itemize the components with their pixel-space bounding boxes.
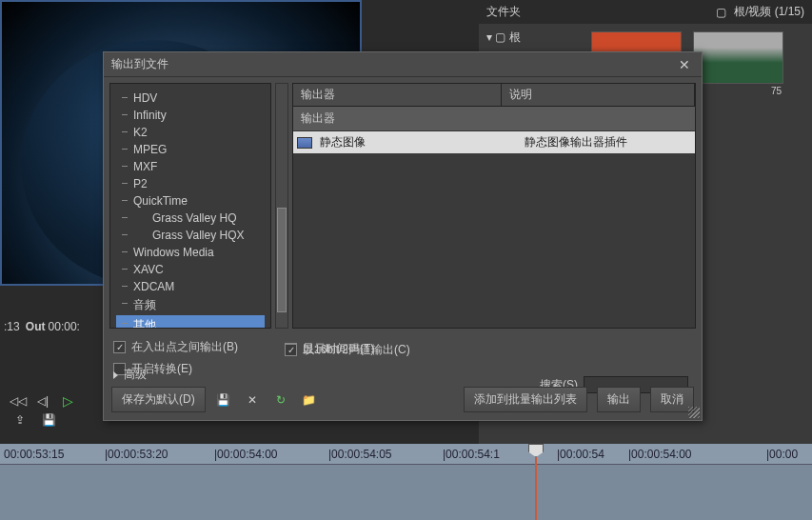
export-options: ✓ 在入出点之间输出(B) 开启转换(E) 显示时间码(T) ✓ 以16bit/… — [104, 334, 702, 363]
column-exporter[interactable]: 输出器 — [293, 84, 502, 106]
add-batch-button[interactable]: 添加到批量输出列表 — [464, 387, 587, 412]
playhead[interactable] — [528, 444, 544, 520]
tree-item-selected[interactable]: 其他 — [116, 315, 265, 329]
tree-item[interactable]: Infinity — [116, 107, 265, 124]
tree-item[interactable]: HDV — [116, 90, 265, 107]
scrollbar-thumb[interactable] — [277, 208, 287, 312]
playhead-line — [535, 457, 537, 520]
chevron-right-icon — [113, 371, 118, 379]
tree-item[interactable]: MXF — [116, 158, 265, 175]
scrollbar[interactable] — [275, 83, 288, 329]
export-dialog: 输出到文件 ✕ HDV Infinity K2 MPEG MXF P2 Quic… — [103, 51, 703, 421]
save-default-button[interactable]: 保存为默认(D) — [111, 387, 206, 412]
folder-icon[interactable]: 📁 — [299, 390, 320, 410]
close-icon[interactable]: ✕ — [675, 57, 694, 72]
export-icon[interactable]: ⇪ — [10, 410, 30, 430]
exporter-icon — [297, 137, 312, 149]
tree-item[interactable]: MPEG — [116, 141, 265, 158]
output-button[interactable]: 输出 — [597, 387, 641, 412]
tree-item[interactable]: XDCAM — [116, 278, 265, 295]
tab-folder[interactable]: 文件夹 — [486, 4, 521, 20]
panel-tabs: 文件夹 ▢ 根/视频 (1/15) — [479, 0, 812, 24]
delete-icon[interactable]: ✕ — [242, 390, 263, 410]
tree-subitem[interactable]: Grass Valley HQX — [116, 227, 265, 244]
save-icon[interactable]: 💾 — [38, 410, 59, 430]
resize-grip[interactable] — [688, 407, 700, 418]
tree-item[interactable]: XAVC — [116, 261, 265, 278]
clip-thumbnail[interactable]: 75 — [693, 31, 783, 112]
tab-video[interactable]: 根/视频 (1/15) — [734, 4, 804, 20]
exporter-list: 输出器 说明 输出器 静态图像 静态图像输出器插件 — [292, 83, 696, 329]
list-header: 输出器 说明 — [293, 84, 695, 107]
tree-subitem[interactable]: Grass Valley HQ — [116, 210, 265, 227]
timeline[interactable]: 00:00:53:15 |00:00:53:20 |00:00:54:00 |0… — [0, 444, 812, 520]
lower-toolbar: ⇪ 💾 — [0, 408, 103, 432]
checkbox-audio[interactable]: ✓ — [285, 344, 297, 356]
disk-icon[interactable]: 💾 — [213, 390, 234, 410]
playhead-handle[interactable] — [528, 444, 544, 457]
checkbox-inout[interactable]: ✓ — [113, 341, 126, 353]
dialog-footer: 保存为默认(D) 💾 ✕ ↻ 📁 添加到批量输出列表 输出 取消 — [111, 387, 694, 412]
timeline-ruler[interactable]: 00:00:53:15 |00:00:53:20 |00:00:54:00 |0… — [0, 444, 812, 465]
timeline-tracks[interactable] — [0, 465, 812, 520]
tree-item[interactable]: Windows Media — [116, 244, 265, 261]
tree-item[interactable]: 音频 — [116, 295, 265, 315]
column-description[interactable]: 说明 — [502, 84, 695, 106]
dialog-titlebar: 输出到文件 ✕ — [104, 52, 702, 77]
tree-item[interactable]: QuickTime — [116, 192, 265, 210]
tree-item[interactable]: P2 — [116, 175, 265, 192]
timecode-display: :13 Out 00:00: — [0, 316, 84, 337]
dialog-title-text: 输出到文件 — [111, 56, 168, 72]
list-subheader: 输出器 — [293, 107, 695, 131]
format-tree[interactable]: HDV Infinity K2 MPEG MXF P2 QuickTime Gr… — [109, 83, 271, 329]
refresh-icon[interactable]: ↻ — [270, 390, 291, 410]
tree-item[interactable]: K2 — [116, 124, 265, 141]
list-row[interactable]: 静态图像 静态图像输出器插件 — [293, 131, 695, 153]
